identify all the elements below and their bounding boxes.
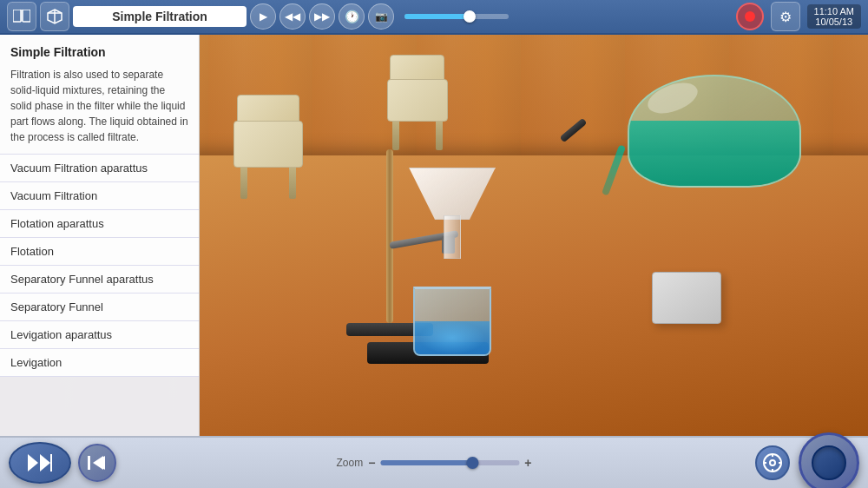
sidebar-item-vacuum-filtration[interactable]: Vacuum Filtration [0, 182, 199, 210]
zoom-track[interactable] [380, 460, 519, 465]
sidebar-description: Simple Filtration Filtration is also use… [0, 35, 199, 155]
book-button[interactable] [7, 2, 36, 31]
svg-rect-1 [23, 10, 30, 22]
camera-button[interactable]: 📷 [368, 3, 394, 30]
joystick-inner [812, 445, 846, 480]
record-button[interactable] [736, 3, 764, 30]
chair-left-leg2 [289, 168, 296, 199]
pour-stream [602, 145, 626, 196]
progress-thumb[interactable] [464, 10, 476, 23]
top-bar-left: Simple Filtration ▶ ◀◀ ▶▶ 🕐 📷 [7, 2, 516, 31]
compass-button[interactable] [755, 445, 790, 480]
record-indicator [745, 11, 755, 22]
fast-forward-button[interactable]: ▶▶ [309, 3, 335, 30]
sidebar-item-flotation[interactable]: Flotation [0, 238, 199, 266]
sidebar-item-separatory-funnel[interactable]: Separatory Funnel [0, 293, 199, 321]
joystick-control[interactable] [799, 432, 859, 488]
svg-marker-7 [40, 454, 50, 472]
svg-marker-11 [95, 456, 105, 470]
rewind-button[interactable]: ◀◀ [279, 3, 306, 30]
svg-point-13 [770, 460, 775, 465]
sidebar-active-title: Simple Filtration [10, 43, 188, 62]
svg-rect-9 [88, 456, 90, 470]
cube-button[interactable] [40, 2, 69, 31]
settings-button[interactable]: ⚙ [771, 2, 800, 31]
zoom-thumb[interactable] [467, 457, 479, 469]
svg-rect-8 [50, 454, 52, 472]
bottom-right-controls [755, 432, 859, 488]
sidebar-item-vacuum-filtration-apparatus[interactable]: Vacuum Filtration aparattus [0, 155, 199, 182]
zoom-label: Zoom [336, 457, 363, 469]
datetime-display: 11:10 AM 10/05/13 [807, 4, 861, 29]
glass-bowl [628, 75, 801, 188]
glass-shine [644, 77, 702, 120]
rewind-bottom-button[interactable] [78, 444, 116, 482]
funnel-neck [444, 215, 461, 259]
progress-bar-container[interactable] [404, 14, 509, 19]
chair-left [233, 95, 303, 199]
playback-controls: ▶ ◀◀ ▶▶ 🕐 📷 [250, 3, 394, 30]
play-button[interactable]: ▶ [250, 3, 276, 30]
zoom-plus-button[interactable]: + [524, 456, 531, 470]
fast-forward-bottom-button[interactable] [9, 442, 71, 484]
stand-pole [386, 149, 393, 323]
sidebar-item-levigation[interactable]: Levigation [0, 349, 199, 377]
simulation-title: Simple Filtration [73, 6, 247, 27]
chair-left-seat [233, 121, 303, 168]
time-display: 11:10 AM [814, 6, 854, 16]
svg-rect-0 [13, 10, 21, 22]
top-bar: Simple Filtration ▶ ◀◀ ▶▶ 🕐 📷 ⚙ 11:10 AM… [0, 0, 868, 35]
chair-left-leg1 [240, 168, 247, 199]
white-box [652, 272, 721, 324]
sidebar-description-text: Filtration is also used to separate soli… [10, 67, 188, 145]
scene-3d [200, 35, 868, 436]
zoom-minus-button[interactable]: − [368, 456, 375, 470]
sidebar-item-flotation-apparatus[interactable]: Flotation aparattus [0, 210, 199, 238]
sidebar: Simple Filtration Filtration is also use… [0, 35, 200, 488]
beaker [413, 287, 491, 356]
glass-handle [560, 118, 588, 143]
top-bar-right: ⚙ 11:10 AM 10/05/13 [736, 2, 861, 31]
progress-track[interactable] [404, 14, 509, 19]
clock-button[interactable]: 🕐 [339, 3, 365, 30]
sidebar-item-levigation-apparatus[interactable]: Levigation aparattus [0, 321, 199, 349]
glass-liquid [629, 121, 799, 187]
zoom-controls: Zoom − + [336, 456, 531, 470]
bottom-left-controls [9, 442, 116, 484]
progress-fill [404, 14, 467, 19]
pouring-container [584, 75, 801, 248]
beaker-glow [419, 321, 485, 354]
bottom-bar: Zoom − + [0, 436, 868, 488]
date-display: 10/05/13 [814, 16, 854, 27]
sidebar-item-separatory-funnel-apparatus[interactable]: Separatory Funnel aparattus [0, 266, 199, 293]
svg-marker-6 [28, 454, 38, 472]
funnel-top [409, 168, 496, 220]
zoom-fill [380, 460, 470, 465]
